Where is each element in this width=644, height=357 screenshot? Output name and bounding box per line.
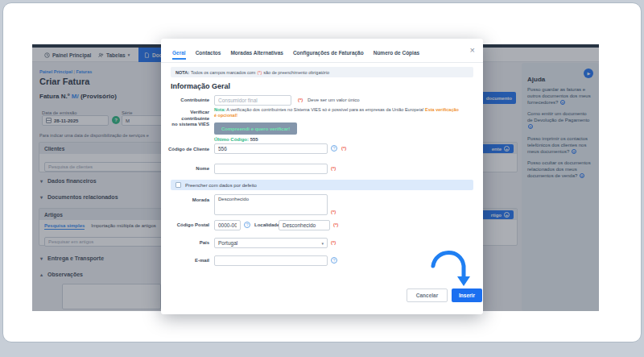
tabs-divider <box>161 62 483 63</box>
localidade-input[interactable] <box>279 220 330 230</box>
vies-note: Nota: A verificação dos contribuintes no… <box>214 107 460 119</box>
tab-moradas-alternativas[interactable]: Moradas Alternativas <box>230 50 283 60</box>
defaults-checkbox[interactable] <box>175 182 181 188</box>
contribuinte-hint: Deve ser um valor único <box>308 98 360 102</box>
codigo-postal-input[interactable] <box>214 220 241 230</box>
required-marker: (*) <box>298 98 303 102</box>
tab-contactos[interactable]: Contactos <box>196 50 221 60</box>
required-marker: (*) <box>331 240 336 245</box>
contribuinte-label: Contribuinte <box>163 98 209 104</box>
codigo-cliente-label: Código de Cliente <box>163 147 209 153</box>
nome-input[interactable] <box>214 164 328 174</box>
tab-geral[interactable]: Geral <box>172 50 186 60</box>
pais-select[interactable]: Portugal ▾ <box>214 238 328 248</box>
defaults-label: Preencher com dados por defeito <box>185 183 257 188</box>
pais-value: Portugal <box>218 240 237 246</box>
required-marker: (*) <box>331 210 336 214</box>
close-icon[interactable]: × <box>470 45 475 55</box>
codigo-postal-label: Código Postal <box>163 222 209 229</box>
nome-label: Nome <box>163 166 209 172</box>
vies-verify-button[interactable]: Compreendi e quero verificar! <box>214 122 297 135</box>
question-circle-icon[interactable]: ? <box>244 222 250 228</box>
vies-label: Verificar contribuinteno sistema VIES <box>163 110 209 128</box>
defaults-banner: Preencher com dados por defeito <box>171 180 473 190</box>
modal-section-heading: Informação Geral <box>171 82 230 90</box>
codigo-cliente-input[interactable] <box>214 143 328 154</box>
contribuinte-input[interactable] <box>214 95 291 106</box>
email-input[interactable] <box>214 255 328 266</box>
required-marker: (*) <box>331 166 336 171</box>
required-fields-note: NOTA: Todos os campos marcados com (*) s… <box>171 67 473 77</box>
morada-label: Morada <box>163 197 209 204</box>
chevron-down-icon: ▾ <box>321 241 324 246</box>
required-marker: (*) <box>333 222 338 227</box>
last-code-line: Último Código: 555 <box>214 137 258 142</box>
annotation-arrow-icon <box>417 242 475 292</box>
pais-label: País <box>163 240 209 247</box>
email-label: E-mail <box>163 258 209 264</box>
required-marker: (*) <box>341 146 346 151</box>
create-client-modal: × Geral Contactos Moradas Alternativas C… <box>161 39 483 314</box>
question-circle-icon[interactable]: ? <box>331 145 337 152</box>
tab-configuracoes-faturacao[interactable]: Configurações de Faturação <box>293 50 364 60</box>
modal-tabs: Geral Contactos Moradas Alternativas Con… <box>172 50 419 60</box>
question-circle-icon[interactable]: ? <box>331 257 337 264</box>
tab-numero-copias[interactable]: Número de Cópias <box>374 50 419 60</box>
localidade-label: Localidade <box>254 222 279 227</box>
morada-textarea[interactable]: Desconhecido <box>214 194 328 215</box>
